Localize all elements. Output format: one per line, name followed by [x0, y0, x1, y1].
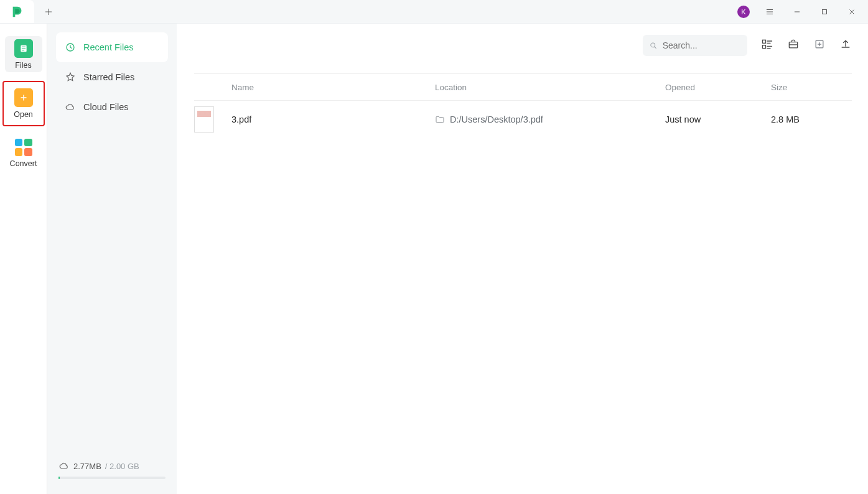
close-button[interactable]: [844, 4, 859, 19]
titlebar-right: K: [737, 4, 868, 19]
svg-rect-0: [823, 9, 827, 14]
svg-rect-5: [763, 45, 766, 49]
upload-icon: [839, 38, 852, 50]
sidebar-item-cloud[interactable]: Cloud Files: [56, 92, 168, 122]
app-logo-icon: [11, 5, 24, 19]
rail-label: Convert: [10, 159, 37, 168]
star-icon: [65, 72, 76, 83]
file-row[interactable]: 3.pdf D:/Users/Desktop/3.pdf Just now 2.…: [194, 101, 852, 138]
app-window: K Files: [0, 0, 868, 494]
list-view-icon: [761, 38, 773, 50]
storage-total: / 2.00 GB: [105, 462, 139, 471]
header-name[interactable]: Name: [231, 83, 435, 92]
sidebar-label: Starred Files: [83, 72, 134, 82]
cloud-icon: [58, 460, 70, 472]
clock-icon: [65, 42, 76, 53]
main-panel: Name Location Opened Size 3.pdf D:/Users…: [177, 24, 868, 494]
storage-bar: [58, 477, 166, 479]
hamburger-icon: [765, 7, 774, 16]
close-icon: [847, 7, 856, 16]
menu-button[interactable]: [762, 4, 777, 19]
titlebar: K: [0, 0, 868, 24]
minimize-button[interactable]: [790, 4, 805, 19]
header-opened[interactable]: Opened: [665, 83, 771, 92]
toolbar: [194, 35, 852, 56]
minimize-icon: [793, 7, 801, 16]
maximize-button[interactable]: [817, 4, 832, 19]
open-icon: [14, 88, 33, 107]
new-file-button[interactable]: [813, 38, 826, 53]
toolbox-icon: [787, 38, 800, 50]
storage-used: 2.77MB: [73, 462, 101, 471]
file-name: 3.pdf: [231, 114, 435, 124]
header-size[interactable]: Size: [771, 83, 852, 92]
rail-item-convert[interactable]: Convert: [5, 135, 42, 171]
sidebar: Recent Files Starred Files Cloud Files 2…: [47, 24, 177, 494]
files-icon: [14, 39, 33, 58]
sidebar-item-starred[interactable]: Starred Files: [56, 62, 168, 92]
file-size: 2.8 MB: [771, 114, 852, 124]
toolbox-button[interactable]: [787, 38, 800, 53]
app-body: Files Open Convert Recent Files: [0, 24, 868, 494]
titlebar-left: [0, 0, 58, 23]
sidebar-item-recent[interactable]: Recent Files: [56, 32, 168, 62]
sidebar-label: Recent Files: [83, 42, 134, 52]
sidebar-label: Cloud Files: [83, 102, 129, 112]
svg-rect-4: [763, 40, 766, 43]
new-file-icon: [813, 38, 826, 50]
search-input[interactable]: [663, 40, 741, 50]
app-tab[interactable]: [0, 0, 34, 23]
maximize-icon: [820, 7, 829, 16]
navigation-rail: Files Open Convert: [0, 24, 47, 494]
header-location[interactable]: Location: [435, 83, 665, 92]
file-location: D:/Users/Desktop/3.pdf: [450, 114, 543, 124]
table-header: Name Location Opened Size: [194, 73, 852, 101]
user-avatar[interactable]: K: [737, 6, 750, 18]
rail-item-open[interactable]: Open: [2, 81, 45, 126]
svg-point-3: [651, 43, 655, 47]
search-icon: [649, 40, 658, 50]
rail-item-files[interactable]: Files: [5, 36, 42, 72]
convert-icon: [15, 139, 32, 156]
file-opened: Just now: [665, 114, 771, 124]
view-list-button[interactable]: [761, 38, 773, 53]
file-thumbnail: [194, 106, 214, 133]
cloud-icon: [65, 101, 76, 113]
storage-indicator: 2.77MB / 2.00 GB: [56, 460, 168, 485]
new-tab-button[interactable]: [39, 7, 58, 16]
rail-label: Open: [14, 110, 33, 119]
folder-icon: [435, 114, 445, 124]
search-box[interactable]: [643, 35, 747, 56]
rail-label: Files: [15, 61, 31, 70]
upload-button[interactable]: [839, 38, 852, 53]
